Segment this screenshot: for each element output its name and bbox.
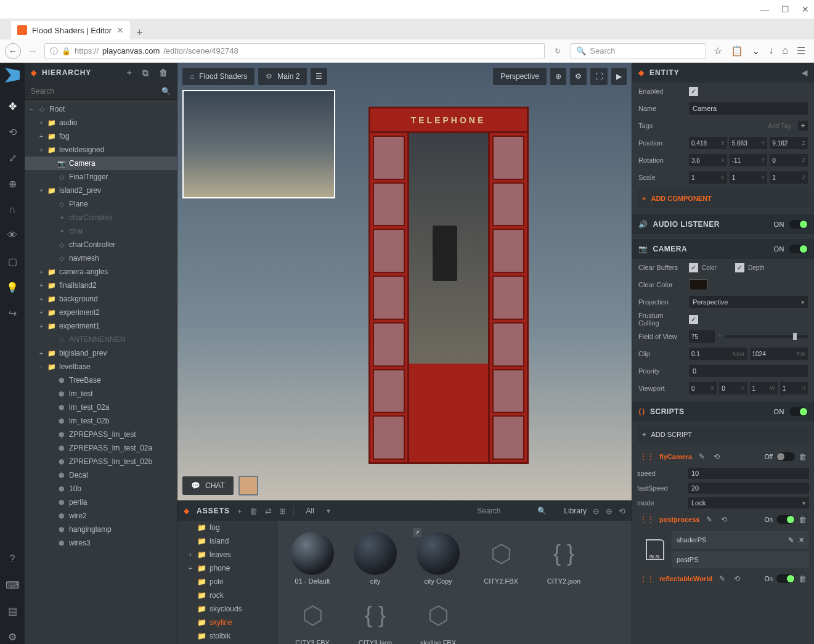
pocket-icon[interactable]: ⌄: [752, 45, 760, 57]
fov-input[interactable]: 75: [689, 330, 715, 343]
browser-tab[interactable]: Flood Shaders | Editor ✕: [11, 21, 130, 39]
bookmark-icon[interactable]: ☆: [714, 45, 722, 57]
keyboard-icon[interactable]: ⌨: [5, 577, 20, 592]
refresh-script-button[interactable]: ⟲: [719, 515, 729, 524]
tree-item[interactable]: ◇Plane: [25, 197, 177, 211]
tree-item[interactable]: +📁experiment1: [25, 319, 177, 333]
fastspeed-input[interactable]: 20: [688, 483, 809, 494]
tree-item[interactable]: ⬢ZPREPASS_lm_test_02a: [25, 441, 177, 455]
library-minus-button[interactable]: ⊖: [593, 507, 600, 516]
delete-entity-button[interactable]: 🗑: [157, 68, 171, 78]
vp-settings-button[interactable]: ⚙: [570, 68, 587, 85]
expand-toggle[interactable]: +: [38, 147, 44, 153]
scripts-toggle[interactable]: [789, 407, 808, 416]
asset-grid-button[interactable]: ⊞: [279, 507, 286, 516]
asset-add-button[interactable]: +: [237, 507, 242, 516]
vp-fullscreen-button[interactable]: ⛶: [590, 68, 608, 85]
tree-item[interactable]: +📁audio: [25, 116, 177, 129]
asset-item[interactable]: ⬡CITY2.FBX: [471, 526, 531, 585]
edit-script-button[interactable]: ✎: [717, 574, 727, 583]
folder-item[interactable]: 📁rock: [177, 589, 277, 602]
tree-item[interactable]: ◇ANTENNENNEN: [25, 333, 177, 346]
tree-item[interactable]: −◇Root: [25, 102, 177, 116]
tree-item[interactable]: ⬢ZPREPASS_lm_test: [25, 428, 177, 441]
vp-add-button[interactable]: ⊕: [550, 68, 566, 85]
maximize-button[interactable]: ☐: [781, 4, 789, 14]
tree-item[interactable]: ⬢ZPREPASS_lm_test_02b: [25, 455, 177, 468]
tree-item[interactable]: ⬢wire2: [25, 509, 177, 523]
breadcrumb-list[interactable]: ☰: [311, 68, 327, 85]
mode-dropdown[interactable]: Lock▾: [688, 497, 809, 508]
color-checkbox[interactable]: [689, 263, 698, 272]
position-y-input[interactable]: 5.663Y: [730, 137, 768, 149]
clip-near-input[interactable]: 0.1Near: [689, 348, 747, 360]
world-tool-icon[interactable]: ⊕: [5, 176, 20, 191]
folder-item[interactable]: 📁fog: [177, 521, 277, 534]
expand-toggle[interactable]: +: [187, 552, 193, 558]
refresh-script-button[interactable]: ⟲: [712, 452, 722, 461]
viewport-3d[interactable]: ⌂Flood Shaders ⚙Main 2 ☰ Perspective ⊕ ⚙…: [177, 63, 632, 500]
tree-item[interactable]: +📁camera-angles: [25, 265, 177, 279]
settings-rail-icon[interactable]: ⚙: [5, 629, 20, 644]
asset-grid[interactable]: 01 - Defaultcity↗city Copy⬡CITY2.FBX{ }C…: [277, 521, 632, 644]
scale-y-input[interactable]: 1Y: [730, 171, 768, 184]
viewport-x-input[interactable]: 0X: [689, 382, 717, 394]
drag-handle-icon[interactable]: ⋮⋮: [640, 574, 654, 583]
shader-ps-slot[interactable]: shaderPS✎✕: [672, 531, 809, 548]
breadcrumb-home[interactable]: ⌂Flood Shaders: [182, 68, 254, 85]
add-script-button[interactable]: +ADD SCRIPT: [637, 425, 809, 444]
export-tool-icon[interactable]: ↪: [5, 306, 20, 320]
audio-listener-header[interactable]: 🔊 AUDIO LISTENER ON: [632, 214, 814, 234]
hierarchy-tree[interactable]: −◇Root+📁audio+📁fog+📁leveldesigned📷Camera…: [25, 100, 177, 644]
flycamera-toggle[interactable]: [776, 452, 795, 461]
expand-toggle[interactable]: +: [38, 187, 44, 194]
tree-item[interactable]: 📷Camera: [25, 157, 177, 170]
expand-toggle[interactable]: +: [38, 282, 44, 289]
remove-icon[interactable]: ✕: [799, 536, 804, 544]
browser-search-input[interactable]: 🔍 Search: [571, 43, 706, 59]
tree-item[interactable]: +📁background: [25, 292, 177, 306]
enabled-checkbox[interactable]: [689, 87, 698, 96]
drag-handle-icon[interactable]: ⋮⋮: [640, 515, 654, 524]
library-icon[interactable]: 📋: [731, 45, 743, 57]
folder-item[interactable]: +📁phone: [177, 561, 277, 575]
fov-slider[interactable]: [725, 335, 808, 338]
tree-item[interactable]: +📁leveldesigned: [25, 143, 177, 157]
drag-handle-icon[interactable]: ⋮⋮: [640, 452, 654, 461]
move-tool-icon[interactable]: ✥: [5, 99, 20, 113]
reflectable-toggle[interactable]: [776, 574, 795, 583]
priority-input[interactable]: 0: [689, 365, 808, 377]
downloads-icon[interactable]: ↓: [768, 45, 773, 57]
reload-button[interactable]: ↻: [548, 47, 567, 55]
playcanvas-logo-icon[interactable]: [5, 68, 20, 83]
new-tab-button[interactable]: +: [130, 26, 149, 39]
chat-button[interactable]: 💬CHAT: [182, 476, 234, 495]
position-x-input[interactable]: 0.418X: [689, 137, 727, 149]
user-avatar[interactable]: [238, 476, 258, 495]
home-icon[interactable]: ⌂: [782, 45, 788, 57]
asset-sort-button[interactable]: ⇄: [265, 507, 272, 516]
scale-x-input[interactable]: 1X: [689, 171, 727, 184]
feedback-icon[interactable]: ▤: [5, 603, 20, 618]
viewport-w-input[interactable]: 1W: [750, 382, 778, 394]
speed-input[interactable]: 10: [688, 468, 809, 479]
camera-component-header[interactable]: 📷 CAMERA ON: [632, 239, 814, 259]
rotation-x-input[interactable]: 3.6X: [689, 154, 727, 166]
chevron-down-icon[interactable]: ▾: [327, 507, 330, 515]
camera-mode-dropdown[interactable]: Perspective: [493, 68, 547, 85]
tree-item[interactable]: ⬢lm_test_02b: [25, 414, 177, 428]
clip-far-input[interactable]: 1024Far: [750, 348, 808, 360]
tree-item[interactable]: +📁experiment2: [25, 306, 177, 319]
tab-close-button[interactable]: ✕: [116, 25, 124, 35]
tree-item[interactable]: ⬢perila: [25, 495, 177, 509]
tree-item[interactable]: ◇FinalTrigger: [25, 170, 177, 184]
add-tag-button[interactable]: +: [798, 121, 808, 131]
tree-item[interactable]: ⬢hanginglamp: [25, 523, 177, 536]
rotation-y-input[interactable]: -11Y: [730, 154, 768, 166]
expand-toggle[interactable]: +: [38, 350, 44, 357]
expand-toggle[interactable]: +: [38, 296, 44, 303]
url-input[interactable]: ⓘ 🔒 https://playcanvas.com/editor/scene/…: [44, 43, 545, 59]
vp-play-button[interactable]: ▶: [611, 68, 627, 85]
depth-checkbox[interactable]: [735, 263, 744, 272]
postprocess-toggle[interactable]: [776, 515, 795, 524]
